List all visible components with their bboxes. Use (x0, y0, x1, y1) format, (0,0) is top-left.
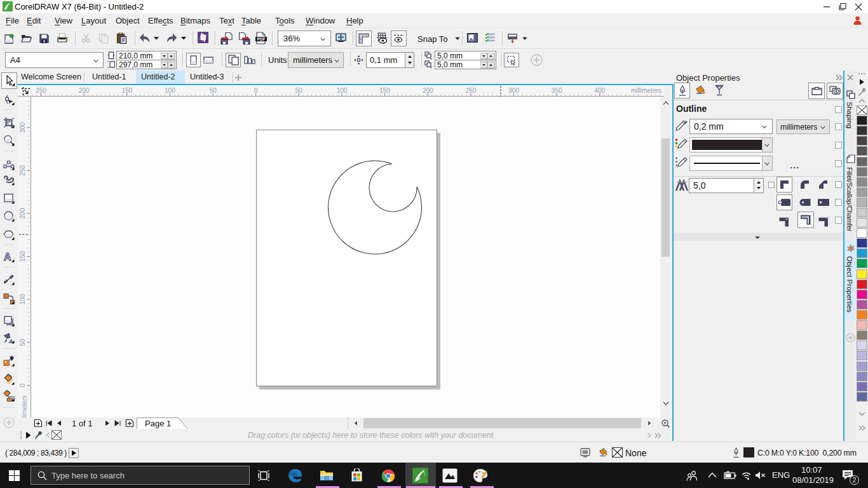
svg-text:PDF: PDF (257, 37, 266, 41)
svg-text:250: 250 (19, 165, 26, 176)
svg-text:150: 150 (379, 87, 390, 94)
svg-text:200: 200 (19, 208, 26, 219)
svg-text:x: x (430, 57, 432, 60)
svg-text:150: 150 (121, 87, 132, 94)
svg-text:200: 200 (423, 87, 433, 94)
svg-text:y: y (430, 65, 432, 69)
svg-text:100: 100 (19, 294, 26, 304)
svg-text:0: 0 (254, 87, 258, 94)
svg-text:50: 50 (210, 87, 217, 94)
svg-text:250: 250 (466, 87, 477, 94)
svg-text:300: 300 (508, 87, 519, 94)
svg-text:300: 300 (19, 122, 26, 133)
svg-text:250: 250 (36, 87, 46, 94)
svg-text:400: 400 (594, 87, 605, 94)
svg-text:50: 50 (19, 339, 26, 346)
svg-text:0: 0 (19, 383, 26, 387)
svg-text:100: 100 (165, 87, 175, 94)
svg-text:350: 350 (552, 87, 562, 94)
svg-text:200: 200 (79, 87, 90, 94)
svg-text:A: A (4, 252, 11, 262)
svg-text:50: 50 (295, 87, 303, 94)
svg-text:millimeters: millimeters (631, 87, 661, 94)
svg-text:150: 150 (19, 251, 26, 262)
svg-text:100: 100 (337, 87, 348, 94)
